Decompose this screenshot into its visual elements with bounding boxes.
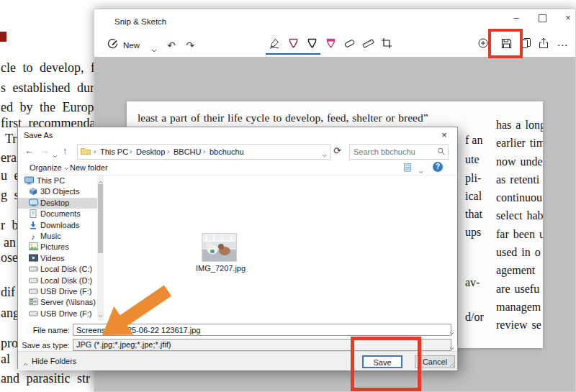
back-button[interactable]: ← xyxy=(24,145,34,156)
touch-writing-button[interactable] xyxy=(266,37,282,53)
disk-drive-icon xyxy=(28,265,38,275)
sidebar-item-music[interactable]: ♪ Music xyxy=(18,231,97,242)
maximize-button[interactable] xyxy=(529,9,555,28)
sidebar-item-local-disk-d[interactable]: Local Disk (D:) xyxy=(18,275,97,286)
snip-text-fragment: has a long xyxy=(496,116,543,134)
file-name-row: File name: xyxy=(18,324,457,335)
sidebar-item-usb-drive-2[interactable]: USB Drive (F:) xyxy=(18,309,97,319)
dialog-navbar: ← → ↑ › This PC › Desktop › BBCHU › bbch… xyxy=(18,142,457,160)
sidebar-item-label: Local Disk (C:) xyxy=(40,264,92,275)
eraser-button[interactable] xyxy=(341,37,357,53)
new-snip-icon[interactable] xyxy=(104,37,120,53)
breadcrumb-desktop[interactable]: Desktop xyxy=(136,147,165,156)
snip-text-fragment: review se xyxy=(496,316,543,334)
redo-button[interactable]: ↷ xyxy=(182,37,198,53)
resize-grip[interactable] xyxy=(449,360,456,369)
up-button[interactable]: ↑ xyxy=(63,145,68,156)
breadcrumb-bbchuchu[interactable]: bbchuchu xyxy=(210,147,244,156)
highlighter-button[interactable] xyxy=(323,37,338,53)
sidebar-item-usb-drive[interactable]: USB Drive (F:) xyxy=(18,286,97,297)
sidebar-item-label: USB Drive (F:) xyxy=(40,309,92,319)
file-name-label: IMG_7207.jpg xyxy=(196,264,242,273)
organize-label: Organize xyxy=(30,163,62,172)
breadcrumb-this-pc[interactable]: This PC xyxy=(100,147,128,156)
sidebar-item-label: Pictures xyxy=(40,242,69,252)
views-icon[interactable] xyxy=(404,163,414,173)
sidebar-item-desktop[interactable]: Desktop xyxy=(18,198,97,209)
new-button[interactable]: New xyxy=(123,40,140,56)
document-text-fragment: ose xyxy=(1,250,18,265)
navigation-pane: This PC 3D Objects Desktop Documents Dow… xyxy=(18,176,97,321)
close-button[interactable]: × xyxy=(555,9,576,28)
refresh-button[interactable]: ⟳ xyxy=(333,145,341,156)
breadcrumb-bbchu[interactable]: BBCHU xyxy=(174,147,202,156)
search-input[interactable] xyxy=(352,146,436,158)
save-as-dialog: Save As × ← → ↑ › This PC › Desktop › BB… xyxy=(17,127,458,369)
sidebar-item-documents[interactable]: Documents xyxy=(18,209,97,219)
hide-folders-button[interactable]: Hide Folders xyxy=(24,357,76,365)
ballpoint-pen-button[interactable] xyxy=(285,37,301,53)
document-text-fragment: cle to develop, fee xyxy=(1,60,107,76)
sidebar-item-local-disk-c[interactable]: Local Disk (C:) xyxy=(18,264,97,275)
music-note-icon: ♪ xyxy=(28,232,38,242)
file-item[interactable]: IMG_7207.jpg xyxy=(196,233,242,273)
disk-drive-icon xyxy=(28,276,38,287)
highlight-box-save-button xyxy=(351,337,421,391)
sidebar-item-this-pc[interactable]: This PC xyxy=(18,176,97,186)
file-list: IMG_7207.jpg xyxy=(106,176,457,321)
more-options-button[interactable]: ⋯ xyxy=(554,37,570,53)
snip-text-fragment: used in o xyxy=(496,243,543,261)
chevron-down-icon xyxy=(64,167,69,170)
help-button[interactable]: ? xyxy=(433,162,443,172)
pencil-button[interactable] xyxy=(304,37,320,53)
window-title: Snip & Sketch xyxy=(114,17,166,26)
minimize-button[interactable]: – xyxy=(503,9,529,28)
new-folder-button[interactable]: New folder xyxy=(70,163,108,172)
sidebar-item-label: 3D Objects xyxy=(40,186,79,197)
snip-text-fragment: av- xyxy=(465,276,480,289)
video-icon xyxy=(28,254,38,265)
snip-text-fragment: continuou xyxy=(496,188,543,206)
snip-text-fragment: far been u xyxy=(496,225,543,243)
address-dropdown-chevron-icon[interactable] xyxy=(322,150,327,159)
crop-button[interactable] xyxy=(379,37,395,53)
recent-locations-chevron-icon[interactable] xyxy=(53,150,58,160)
snip-text-fragment: earlier tim xyxy=(496,134,543,152)
usb-drive-icon xyxy=(28,309,38,320)
sidebar-item-label: Desktop xyxy=(40,198,69,209)
file-name-input[interactable] xyxy=(73,324,451,336)
scrollbar-thumb[interactable] xyxy=(98,184,103,253)
document-text-fragment: and parasitic str xyxy=(1,371,90,386)
sidebar-item-downloads[interactable]: Downloads xyxy=(18,220,97,231)
hide-folders-label: Hide Folders xyxy=(32,357,76,365)
snip-text-fragment: now unde xyxy=(496,152,543,170)
document-text-fragment: Tr xyxy=(5,132,17,147)
scroll-down-icon[interactable] xyxy=(98,311,103,319)
snip-text-fragment: ups xyxy=(465,226,481,239)
search-icon xyxy=(437,147,445,157)
sidebar-item-3d-objects[interactable]: 3D Objects xyxy=(18,186,97,197)
sidebar-item-videos[interactable]: Videos xyxy=(18,253,97,264)
dialog-command-bar: Organize New folder ? xyxy=(18,160,457,175)
dialog-close-button[interactable]: × xyxy=(438,129,450,140)
forward-button[interactable]: → xyxy=(40,145,49,156)
sidebar-item-server[interactable]: Server (\\ilsnas) (M:) xyxy=(18,297,97,308)
ruler-button[interactable] xyxy=(360,37,376,53)
snip-text-fragment: managem xyxy=(496,298,543,316)
search-box[interactable] xyxy=(349,144,449,160)
snip-text-fragment: agement xyxy=(496,261,543,279)
folder-icon xyxy=(81,147,91,157)
share-button[interactable] xyxy=(536,37,552,53)
file-name-chevron-icon[interactable] xyxy=(449,328,454,337)
sidebar-scrollbar[interactable] xyxy=(97,176,104,321)
sidebar-item-pictures[interactable]: Pictures xyxy=(18,242,97,252)
sidebar-item-label: Local Disk (D:) xyxy=(40,275,92,286)
undo-button[interactable]: ↶ xyxy=(163,37,179,53)
snip-text-fragment: ute xyxy=(465,153,480,166)
snip-text-fragment: d/or xyxy=(465,311,484,324)
sidebar-item-label: USB Drive (F:) xyxy=(40,286,92,297)
maximize-icon xyxy=(539,14,546,22)
address-bar[interactable]: › This PC › Desktop › BBCHU › bbchuchu xyxy=(77,144,330,160)
chevron-down-icon[interactable] xyxy=(146,41,162,57)
organize-button[interactable]: Organize xyxy=(30,163,69,172)
